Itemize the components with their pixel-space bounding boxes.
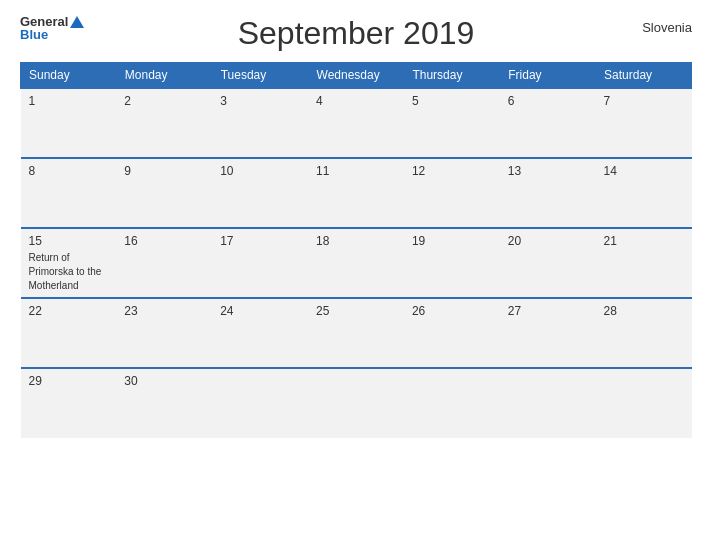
table-row: 27 [500, 298, 596, 368]
table-row [212, 368, 308, 438]
header-sunday: Sunday [21, 63, 117, 89]
table-row: 24 [212, 298, 308, 368]
table-row [500, 368, 596, 438]
table-row: 30 [116, 368, 212, 438]
country-label: Slovenia [642, 20, 692, 35]
table-row: 5 [404, 88, 500, 158]
week-row-4: 22 23 24 25 26 27 28 [21, 298, 692, 368]
header-wednesday: Wednesday [308, 63, 404, 89]
table-row: 29 [21, 368, 117, 438]
header: General Blue September 2019 Slovenia [20, 15, 692, 52]
weekday-header-row: Sunday Monday Tuesday Wednesday Thursday… [21, 63, 692, 89]
logo-triangle-icon [70, 16, 84, 28]
table-row: 15 Return of Primorska to the Motherland [21, 228, 117, 298]
calendar-title: September 2019 [238, 15, 475, 52]
table-row: 17 [212, 228, 308, 298]
table-row: 13 [500, 158, 596, 228]
calendar-page: General Blue September 2019 Slovenia Sun… [0, 0, 712, 550]
table-row: 25 [308, 298, 404, 368]
week-row-5: 29 30 [21, 368, 692, 438]
table-row: 26 [404, 298, 500, 368]
table-row: 14 [596, 158, 692, 228]
table-row [596, 368, 692, 438]
table-row: 1 [21, 88, 117, 158]
table-row: 23 [116, 298, 212, 368]
logo: General Blue [20, 15, 84, 41]
table-row [404, 368, 500, 438]
table-row: 28 [596, 298, 692, 368]
week-row-2: 8 9 10 11 12 13 14 [21, 158, 692, 228]
table-row: 9 [116, 158, 212, 228]
table-row: 22 [21, 298, 117, 368]
week-row-1: 1 2 3 4 5 6 7 [21, 88, 692, 158]
table-row: 21 [596, 228, 692, 298]
table-row: 3 [212, 88, 308, 158]
week-row-3: 15 Return of Primorska to the Motherland… [21, 228, 692, 298]
header-tuesday: Tuesday [212, 63, 308, 89]
header-monday: Monday [116, 63, 212, 89]
table-row: 8 [21, 158, 117, 228]
table-row: 16 [116, 228, 212, 298]
table-row: 12 [404, 158, 500, 228]
table-row: 20 [500, 228, 596, 298]
header-thursday: Thursday [404, 63, 500, 89]
table-row: 18 [308, 228, 404, 298]
table-row: 10 [212, 158, 308, 228]
table-row: 6 [500, 88, 596, 158]
table-row: 4 [308, 88, 404, 158]
logo-blue-text: Blue [20, 28, 84, 41]
table-row [308, 368, 404, 438]
header-friday: Friday [500, 63, 596, 89]
table-row: 2 [116, 88, 212, 158]
table-row: 19 [404, 228, 500, 298]
table-row: 7 [596, 88, 692, 158]
table-row: 11 [308, 158, 404, 228]
header-saturday: Saturday [596, 63, 692, 89]
calendar-table: Sunday Monday Tuesday Wednesday Thursday… [20, 62, 692, 438]
